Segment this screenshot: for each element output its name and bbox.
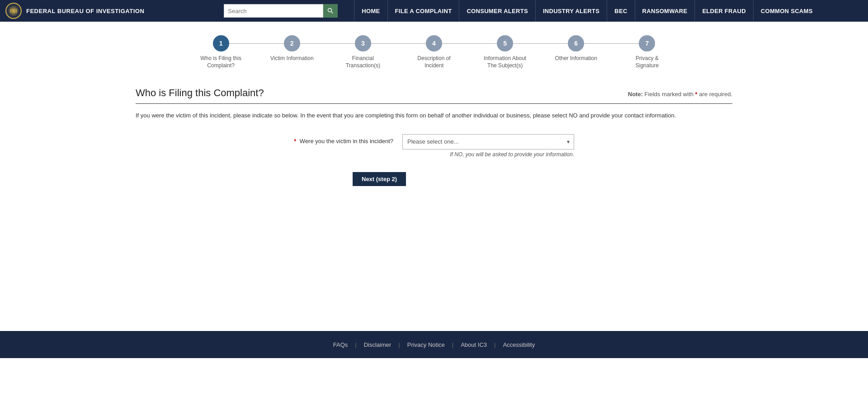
nav-elder-fraud[interactable]: ELDER FRAUD: [694, 0, 753, 22]
step-4-label: Description of Incident: [411, 55, 457, 69]
nav-common-scams[interactable]: COMMON SCAMS: [753, 0, 820, 22]
step-2-circle: 2: [284, 35, 300, 51]
step-2: 2 Victim Information: [256, 35, 327, 62]
form-title-row: Who is Filing this Complaint? Note: Fiel…: [136, 87, 732, 104]
step-2-line: [300, 43, 355, 44]
svg-line-1: [331, 12, 333, 14]
nav-consumer-alerts[interactable]: CONSUMER ALERTS: [459, 0, 535, 22]
form-title: Who is Filing this Complaint?: [136, 87, 264, 99]
required-note-text: Fields marked with: [645, 91, 693, 98]
step-6-line: [584, 43, 639, 44]
required-note-suffix: are required.: [699, 91, 732, 98]
field-required-star: *: [294, 138, 298, 145]
main-nav: HOME FILE A COMPLAINT CONSUMER ALERTS IN…: [354, 0, 820, 22]
step-7-label: Privacy & Signature: [624, 55, 670, 69]
steps-progress: 1 Who is Filing this Complaint? 2 Victim…: [0, 22, 868, 78]
nav-ransomware[interactable]: RANSOMWARE: [635, 0, 695, 22]
victim-field-control: Please select one... Yes No ▾ If NO, you…: [402, 134, 574, 158]
victim-select[interactable]: Please select one... Yes No: [402, 134, 574, 149]
step-3: 3 Financial Transaction(s): [327, 35, 398, 69]
step-7: 7 Privacy & Signature: [612, 35, 683, 69]
footer-faqs[interactable]: FAQs: [326, 341, 355, 348]
victim-field-label: * Were you the victim in this incident?: [294, 134, 393, 145]
step-4-circle: 4: [426, 35, 442, 51]
field-hint: If NO, you will be asked to provide your…: [402, 151, 574, 158]
search-icon: [327, 8, 334, 14]
site-footer: FAQs | Disclaimer | Privacy Notice | Abo…: [0, 331, 868, 358]
victim-select-wrapper: Please select one... Yes No ▾: [402, 134, 574, 149]
next-step-button[interactable]: Next (step 2): [353, 172, 406, 186]
step-6: 6 Other Information: [541, 35, 612, 62]
fbi-seal-icon: FBI: [5, 3, 22, 19]
required-star-icon: *: [695, 91, 699, 98]
step-5-line: [513, 43, 568, 44]
step-4: 4 Description of Incident: [398, 35, 469, 69]
footer-accessibility[interactable]: Accessibility: [495, 341, 542, 348]
step-3-line: [371, 43, 426, 44]
step-1-line: [229, 43, 284, 44]
required-note-label: Note:: [628, 91, 643, 98]
step-3-circle: 3: [355, 35, 371, 51]
header-org-name: FEDERAL BUREAU OF INVESTIGATION: [26, 8, 144, 14]
step-1-label: Who is Filing this Complaint?: [198, 55, 244, 69]
main-content: Who is Filing this Complaint? Note: Fiel…: [0, 78, 868, 304]
search-input[interactable]: [224, 4, 323, 18]
footer-disclaimer[interactable]: Disclaimer: [357, 341, 399, 348]
step-3-label: Financial Transaction(s): [340, 55, 386, 69]
victim-field-row: * Were you the victim in this incident? …: [136, 134, 732, 158]
nav-industry-alerts[interactable]: INDUSTRY ALERTS: [535, 0, 607, 22]
nav-bec[interactable]: BEC: [607, 0, 634, 22]
step-2-label: Victim Information: [270, 55, 314, 62]
button-row: Next (step 2): [353, 165, 732, 186]
nav-home[interactable]: HOME: [354, 0, 387, 22]
header-logo: FBI FEDERAL BUREAU OF INVESTIGATION: [5, 3, 144, 19]
search-button[interactable]: [323, 4, 338, 18]
step-4-line: [442, 43, 497, 44]
nav-file-complaint[interactable]: FILE A COMPLAINT: [387, 0, 459, 22]
steps-wrapper: 1 Who is Filing this Complaint? 2 Victim…: [185, 35, 683, 69]
step-5-label: Information About The Subject(s): [482, 55, 528, 69]
svg-point-0: [328, 9, 332, 12]
footer-about-ic3[interactable]: About IC3: [453, 341, 494, 348]
search-container: [224, 4, 338, 18]
site-header: FBI FEDERAL BUREAU OF INVESTIGATION HOME…: [0, 0, 868, 22]
step-1-circle: 1: [213, 35, 229, 51]
step-7-circle: 7: [639, 35, 655, 51]
footer-privacy-notice[interactable]: Privacy Notice: [400, 341, 452, 348]
step-1: 1 Who is Filing this Complaint?: [185, 35, 256, 69]
form-description: If you were the victim of this incident,…: [136, 111, 732, 121]
step-5-circle: 5: [497, 35, 513, 51]
required-note: Note: Fields marked with * are required.: [628, 91, 732, 98]
step-6-label: Other Information: [555, 55, 597, 62]
step-6-circle: 6: [568, 35, 584, 51]
step-5: 5 Information About The Subject(s): [470, 35, 541, 69]
